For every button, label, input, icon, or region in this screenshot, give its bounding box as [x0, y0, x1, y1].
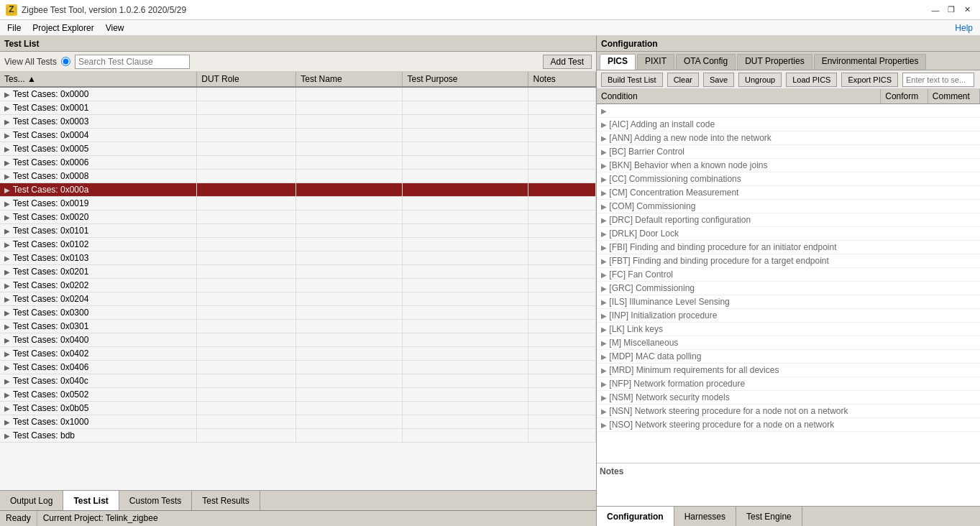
- search-pics-input[interactable]: [902, 73, 974, 87]
- table-row[interactable]: ▶Test Cases: 0x000a: [0, 183, 596, 197]
- expand-arrow: ▶: [4, 104, 10, 112]
- col-test-cases[interactable]: Tes... ▲: [0, 72, 197, 87]
- pics-expand-arrow: ▶: [601, 134, 607, 142]
- table-row[interactable]: ▶Test Cases: 0x0201: [0, 265, 596, 279]
- tab-environmental-properties[interactable]: Environmental Properties: [814, 54, 927, 70]
- pics-row[interactable]: ▶: [597, 104, 980, 118]
- table-row[interactable]: ▶Test Cases: 0x0301: [0, 320, 596, 333]
- table-row[interactable]: ▶Test Cases: 0x0000: [0, 87, 596, 101]
- pics-row[interactable]: ▶ [BC] Barrier Control: [597, 145, 980, 159]
- pics-row[interactable]: ▶ [CC] Commissioning combinations: [597, 172, 980, 186]
- menu-bar: File Project Explorer View Help: [0, 20, 980, 36]
- expand-arrow: ▶: [4, 145, 10, 153]
- pics-expand-arrow: ▶: [601, 326, 607, 333]
- menu-file[interactable]: File: [3, 22, 25, 34]
- tab-custom-tests[interactable]: Custom Tests: [119, 491, 192, 510]
- add-test-button[interactable]: Add Test: [543, 55, 592, 69]
- table-row[interactable]: ▶Test Cases: 0x0020: [0, 211, 596, 224]
- table-row[interactable]: ▶Test Cases: 0x0400: [0, 333, 596, 347]
- table-row[interactable]: ▶Test Cases: 0x0019: [0, 197, 596, 211]
- maximize-button[interactable]: ❐: [944, 4, 958, 17]
- tab-test-engine[interactable]: Test Engine: [736, 507, 802, 526]
- pics-expand-arrow: ▶: [601, 298, 607, 306]
- table-row[interactable]: ▶Test Cases: 0x040c: [0, 374, 596, 388]
- expand-arrow: ▶: [4, 91, 10, 98]
- col-test-name[interactable]: Test Name: [296, 72, 403, 87]
- pics-row[interactable]: ▶ [LK] Link keys: [597, 323, 980, 336]
- tab-pixit[interactable]: PIXIT: [637, 54, 674, 70]
- pics-row[interactable]: ▶ [FC] Fan Control: [597, 268, 980, 282]
- config-header: Configuration: [597, 36, 980, 52]
- pics-row[interactable]: ▶ [DRC] Default reporting configuration: [597, 213, 980, 227]
- pics-row[interactable]: ▶ [MRD] Minimum requirements for all dev…: [597, 364, 980, 377]
- tab-ota-config[interactable]: OTA Config: [676, 54, 736, 70]
- table-row[interactable]: ▶Test Cases: 0x0005: [0, 142, 596, 156]
- pics-row[interactable]: ▶ [BKN] Behavior when a known node joins: [597, 159, 980, 172]
- pics-row[interactable]: ▶ [ANN] Adding a new node into the netwo…: [597, 132, 980, 145]
- view-all-radio[interactable]: [61, 57, 70, 66]
- search-input[interactable]: [75, 55, 190, 69]
- table-row[interactable]: ▶Test Cases: 0x0502: [0, 388, 596, 402]
- clear-button[interactable]: Clear: [667, 73, 699, 87]
- table-row[interactable]: ▶Test Cases: 0x0202: [0, 279, 596, 292]
- table-row[interactable]: ▶Test Cases: 0x0004: [0, 129, 596, 142]
- menu-help[interactable]: Help: [951, 22, 977, 34]
- pics-row[interactable]: ▶ [ILS] Illuminance Level Sensing: [597, 295, 980, 309]
- tab-output-log[interactable]: Output Log: [0, 491, 63, 510]
- col-test-purpose[interactable]: Test Purpose: [403, 72, 528, 87]
- table-row[interactable]: ▶Test Cases: 0x0300: [0, 306, 596, 320]
- pics-row[interactable]: ▶ [AIC] Adding an install code: [597, 118, 980, 132]
- pics-expand-arrow: ▶: [601, 175, 607, 183]
- pics-row[interactable]: ▶ [DRLK] Door Lock: [597, 227, 980, 241]
- pics-row[interactable]: ▶ [NSM] Network security models: [597, 391, 980, 405]
- table-row[interactable]: ▶Test Cases: 0x0003: [0, 115, 596, 129]
- pics-row[interactable]: ▶ [NSN] Network steering procedure for a…: [597, 405, 980, 418]
- load-pics-button[interactable]: Load PICS: [786, 73, 837, 87]
- table-row[interactable]: ▶Test Cases: 0x0b05: [0, 402, 596, 415]
- pics-row[interactable]: ▶ [INP] Initialization procedure: [597, 309, 980, 323]
- table-row[interactable]: ▶Test Cases: 0x0204: [0, 292, 596, 306]
- table-row[interactable]: ▶Test Cases: bdb: [0, 429, 596, 443]
- col-dut-role[interactable]: DUT Role: [197, 72, 296, 87]
- close-button[interactable]: ✕: [960, 4, 974, 17]
- tab-configuration[interactable]: Configuration: [597, 507, 674, 526]
- pics-row[interactable]: ▶ [COM] Commissioning: [597, 200, 980, 213]
- save-button[interactable]: Save: [703, 73, 734, 87]
- tab-test-results[interactable]: Test Results: [192, 491, 260, 510]
- pics-row[interactable]: ▶ [NSO] Network steering procedure for a…: [597, 418, 980, 432]
- pics-expand-arrow: ▶: [601, 203, 607, 211]
- table-row[interactable]: ▶Test Cases: 0x0102: [0, 238, 596, 252]
- table-row[interactable]: ▶Test Cases: 0x0101: [0, 224, 596, 238]
- export-pics-button[interactable]: Export PICS: [841, 73, 898, 87]
- build-test-list-button[interactable]: Build Test List: [601, 73, 663, 87]
- pics-row[interactable]: ▶ [FBI] Finding and binding procedure fo…: [597, 241, 980, 254]
- table-row[interactable]: ▶Test Cases: 0x1000: [0, 415, 596, 429]
- left-bottom-tabs: Output Log Test List Custom Tests Test R…: [0, 490, 596, 510]
- pics-row[interactable]: ▶ [NFP] Network formation procedure: [597, 377, 980, 391]
- ungroup-button[interactable]: Ungroup: [738, 73, 782, 87]
- svg-text:Z: Z: [9, 5, 14, 14]
- test-list-toolbar: View All Tests Add Test: [0, 52, 596, 72]
- table-row[interactable]: ▶Test Cases: 0x0001: [0, 101, 596, 115]
- table-row[interactable]: ▶Test Cases: 0x0402: [0, 347, 596, 361]
- expand-arrow: ▶: [4, 432, 10, 440]
- tab-harnesses[interactable]: Harnesses: [674, 507, 736, 526]
- tab-dut-properties[interactable]: DUT Properties: [737, 54, 812, 70]
- pics-row[interactable]: ▶ [M] Miscellaneous: [597, 336, 980, 350]
- test-table: Tes... ▲ DUT Role Test Name Test Purpose…: [0, 72, 596, 443]
- tab-test-list[interactable]: Test List: [63, 491, 119, 510]
- col-notes[interactable]: Notes: [528, 72, 596, 87]
- pics-table-container: Condition Conform Comment ▶▶ [AIC] Addin…: [597, 89, 980, 463]
- table-row[interactable]: ▶Test Cases: 0x0008: [0, 170, 596, 183]
- pics-row[interactable]: ▶ [GRC] Commissioning: [597, 282, 980, 295]
- table-row[interactable]: ▶Test Cases: 0x0006: [0, 156, 596, 170]
- pics-row[interactable]: ▶ [FBT] Finding and binding procedure fo…: [597, 254, 980, 268]
- minimize-button[interactable]: —: [928, 4, 943, 17]
- pics-row[interactable]: ▶ [CM] Concentration Measurement: [597, 186, 980, 200]
- tab-pics[interactable]: PICS: [600, 54, 636, 70]
- menu-view[interactable]: View: [101, 22, 129, 34]
- table-row[interactable]: ▶Test Cases: 0x0103: [0, 252, 596, 265]
- table-row[interactable]: ▶Test Cases: 0x0406: [0, 361, 596, 374]
- pics-row[interactable]: ▶ [MDP] MAC data polling: [597, 350, 980, 364]
- menu-project-explorer[interactable]: Project Explorer: [28, 22, 98, 34]
